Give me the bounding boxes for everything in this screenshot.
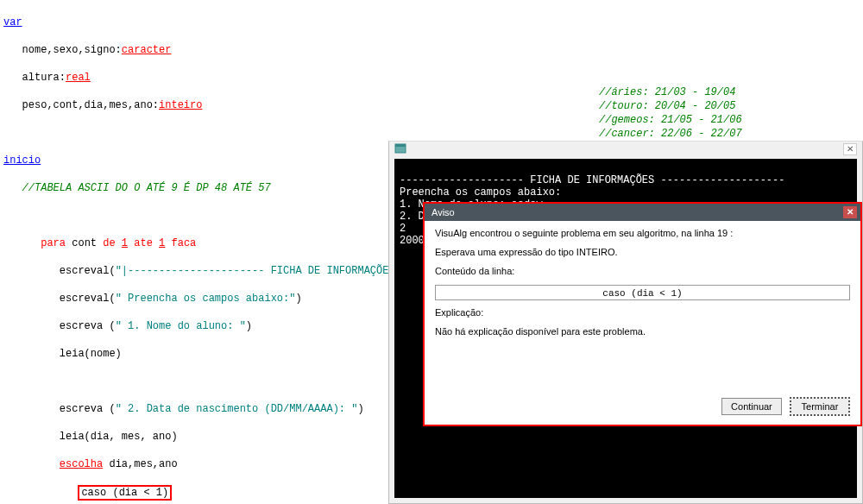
continue-button[interactable]: Continuar [721,398,782,415]
dialog-message: VisuAlg encontrou o seguinte problema em… [435,228,850,238]
dialog-message-detail: Esperava uma expressão do tipo INTEIRO. [435,247,850,257]
error-highlight: caso (dia < 1) [78,485,172,501]
explanation-label: Explicação: [435,307,850,318]
dialog-titlebar[interactable]: Aviso ✕ [425,204,860,221]
error-dialog: Aviso ✕ VisuAlg encontrou o seguinte pro… [423,202,862,426]
dialog-title: Aviso [432,207,455,217]
close-icon[interactable]: ✕ [843,143,857,155]
terminate-button[interactable]: Terminar [790,397,850,416]
close-icon[interactable]: ✕ [843,206,857,218]
content-label: Conteúdo da linha: [435,266,850,276]
app-icon [394,142,406,156]
explanation-text: Não há explicação disponível para este p… [435,326,850,337]
svg-rect-1 [395,144,406,147]
zodiac-comments: //áries: 21/03 - 19/04 //touro: 20/04 - … [599,85,742,141]
line-content-box: caso (dia < 1) [435,285,850,300]
